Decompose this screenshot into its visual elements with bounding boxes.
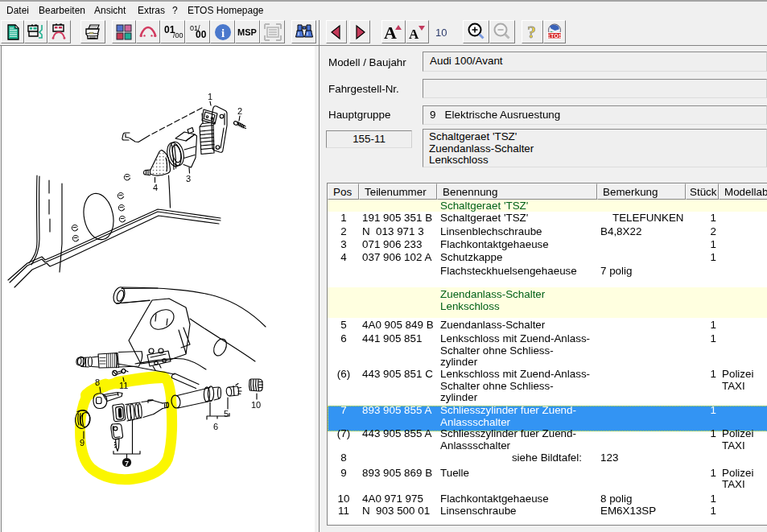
svg-text:6: 6 (213, 422, 218, 431)
svg-text:A: A (409, 27, 419, 42)
svg-text:10: 10 (251, 400, 261, 410)
svg-text:5: 5 (224, 409, 229, 419)
svg-text:7: 7 (125, 460, 129, 468)
svg-text:?: ? (527, 22, 536, 42)
svg-text:00: 00 (196, 29, 207, 40)
svg-text:ETOS: ETOS (546, 32, 563, 38)
svg-text:/00: /00 (173, 31, 184, 39)
svg-text:i: i (221, 27, 224, 39)
svg-text:3: 3 (186, 174, 191, 184)
svg-text:4: 4 (153, 183, 158, 192)
svg-text:A: A (384, 23, 397, 43)
svg-text:1: 1 (208, 92, 212, 101)
svg-text:2: 2 (237, 106, 242, 116)
svg-text:MSP: MSP (237, 27, 257, 37)
